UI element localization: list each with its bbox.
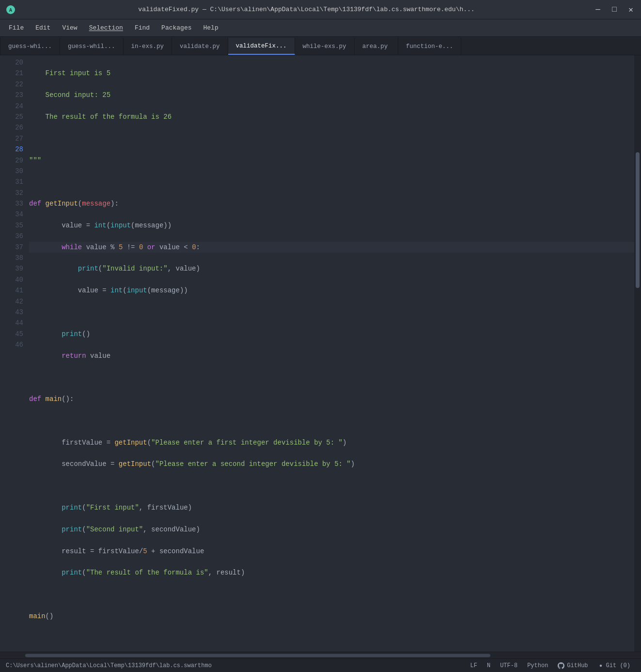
tab-guess-while-1[interactable]: guess-whi... (0, 38, 60, 55)
status-git[interactable]: Git (0) (593, 662, 635, 669)
tab-validatefix[interactable]: validateFix... (228, 38, 295, 55)
tabs-bar: guess-whi... guess-whil... in-exs.py val… (0, 37, 641, 55)
menu-view[interactable]: View (57, 22, 82, 33)
menu-selection[interactable]: Selection (84, 22, 128, 33)
svg-point-2 (599, 664, 602, 667)
git-label: Git (0) (606, 662, 630, 669)
tab-in-exs[interactable]: in-exs.py (124, 38, 172, 55)
tab-area[interactable]: area.py (355, 38, 398, 55)
status-lf[interactable]: LF (466, 662, 482, 669)
menu-packages[interactable]: Packages (156, 22, 196, 33)
menu-find[interactable]: Find (130, 22, 155, 33)
window-title: validateFixed.py — C:\Users\alinen\AppDa… (19, 6, 594, 13)
scrollbar-thumb[interactable] (636, 152, 640, 288)
status-path: C:\Users\alinen\AppData\Local\Temp\13139… (6, 662, 466, 669)
scrollbar-area[interactable] (634, 55, 641, 652)
minimize-button[interactable]: — (594, 5, 602, 14)
line-numbers: 20 21 22 23 24 25 26 27 28 29 30 31 32 3… (2, 55, 27, 652)
close-button[interactable]: ✕ (626, 5, 635, 14)
status-bar: C:\Users\alinen\AppData\Local\Temp\13139… (0, 658, 641, 672)
github-label: GitHub (567, 662, 588, 669)
menu-bar: File Edit View Selection Find Packages H… (0, 19, 641, 37)
tab-validate[interactable]: validate.py (172, 38, 228, 55)
app-icon: A (6, 5, 16, 15)
status-encoding[interactable]: UTF-8 (495, 662, 522, 669)
maximize-button[interactable]: □ (610, 5, 619, 14)
tab-guess-while-2[interactable]: guess-whil... (60, 38, 124, 55)
horizontal-scrollbar[interactable] (0, 652, 641, 658)
code-content: First input is 5 Second input: 25 The re… (27, 55, 634, 652)
svg-text:A: A (9, 8, 12, 13)
tab-while-exs[interactable]: while-exs.py (295, 38, 355, 55)
status-n: N (482, 662, 495, 669)
menu-file[interactable]: File (4, 22, 29, 33)
menu-edit[interactable]: Edit (31, 22, 55, 33)
status-language[interactable]: Python (522, 662, 553, 669)
status-github[interactable]: GitHub (553, 662, 593, 669)
menu-help[interactable]: Help (199, 22, 223, 33)
editor-area: 20 21 22 23 24 25 26 27 28 29 30 31 32 3… (0, 55, 641, 652)
window-controls: — □ ✕ (594, 5, 635, 14)
title-bar: A validateFixed.py — C:\Users\alinen\App… (0, 0, 641, 19)
tab-function-e[interactable]: function-e... (398, 38, 462, 55)
